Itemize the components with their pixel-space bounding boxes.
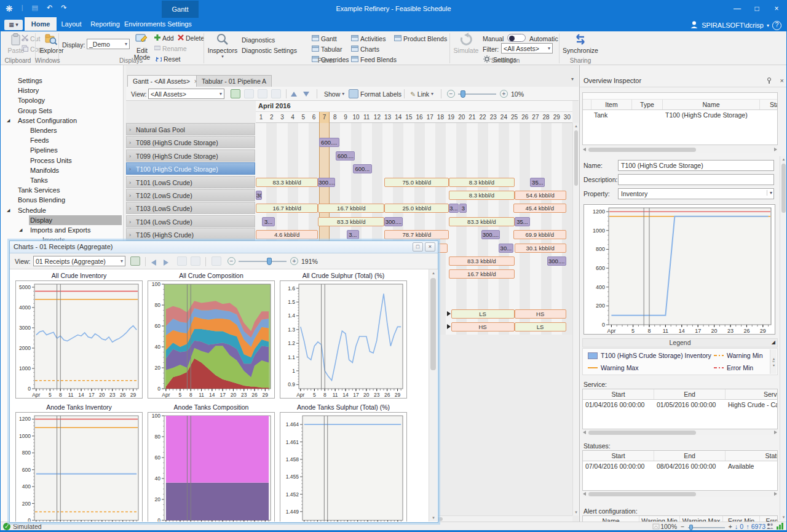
show-menu[interactable]: Show▾ (324, 89, 344, 99)
help-button[interactable]: ? (772, 21, 781, 30)
pane-button-product-blends[interactable]: Product Blends (394, 34, 447, 43)
gantt-bar[interactable]: 69.9 kbbl/d (513, 230, 566, 239)
row-expander-icon[interactable]: › (129, 189, 131, 201)
day-header-12[interactable]: 12 (372, 112, 382, 123)
grid-hscrollbar[interactable] (582, 146, 778, 153)
sidebar-item-manifolds[interactable]: Manifolds (1, 165, 122, 175)
filter-select[interactable]: <All Assets>▾ (501, 43, 553, 54)
day-header-2[interactable]: 2 (266, 112, 277, 123)
simulation-mode-toggle[interactable] (507, 34, 526, 42)
charts-maximize-icon[interactable]: □ (413, 242, 423, 252)
edit-row-icon[interactable] (258, 89, 267, 99)
gantt-bar[interactable]: 35... (515, 217, 531, 226)
gantt-bar[interactable]: HS (515, 309, 566, 319)
pane-button-tabular[interactable]: Tabular (312, 44, 342, 54)
minimize-button[interactable]: — (727, 1, 747, 17)
day-header-30[interactable]: 30 (562, 112, 572, 123)
row-expander-icon[interactable]: › (129, 124, 131, 135)
column-header-end[interactable]: End (654, 389, 726, 399)
day-header-23[interactable]: 23 (488, 112, 499, 123)
pane-button-charts[interactable]: Charts (351, 44, 379, 54)
nav-back-icon[interactable] (151, 257, 156, 268)
column-header-indicator[interactable] (583, 100, 591, 109)
maximize-button[interactable]: □ (747, 1, 767, 17)
tab-tabular-01-pipeline-a[interactable]: Tabular - 01 Pipeline A (196, 75, 272, 87)
gantt-bar[interactable]: 16.7 kbbl/d (256, 204, 318, 213)
sidebar-item-process-units[interactable]: Process Units (1, 156, 122, 165)
row-expander-icon[interactable]: › (129, 137, 131, 148)
column-header-type[interactable]: Type (632, 100, 663, 109)
expander-icon[interactable]: ◢ (7, 116, 10, 125)
day-header-13[interactable]: 13 (382, 112, 393, 123)
automatic-label[interactable]: Automatic (529, 34, 558, 43)
add-button[interactable]: Add (154, 33, 174, 42)
gantt-bar[interactable]: 75.0 kbbl/d (384, 178, 449, 187)
diagnostics-button[interactable]: Diagnostics (242, 35, 275, 44)
gantt-zoom-slider[interactable] (458, 93, 496, 95)
day-header-28[interactable]: 28 (541, 112, 552, 123)
day-header-5[interactable]: 5 (298, 112, 309, 123)
gantt-bar[interactable]: LS (451, 309, 515, 319)
day-header-10[interactable]: 10 (351, 112, 362, 123)
gantt-bar[interactable]: 3... (449, 204, 458, 213)
gantt-bar[interactable]: 30 (256, 191, 262, 200)
day-header-19[interactable]: 19 (446, 112, 456, 123)
chart-all-crude-composition[interactable]: 020406080100Apr5811141720232629 (148, 280, 275, 399)
sidebar-item-imports-and-exports[interactable]: ◢Imports and Exports (1, 225, 122, 235)
manual-label[interactable]: Manual (483, 34, 504, 43)
column-header-name[interactable]: Name (663, 100, 760, 109)
table-row[interactable]: 01/04/2016 00:00:0001/05/2016 00:00:00Hi… (583, 400, 777, 410)
sidebar-item-topology[interactable]: Topology (1, 95, 122, 105)
tab-list-dropdown-icon[interactable]: ▾ (571, 76, 574, 82)
column-header-start[interactable]: Start (583, 389, 654, 399)
sidebar-item-bonus-blending[interactable]: Bonus Blending (1, 195, 122, 205)
ribbon-tab-reporting[interactable]: Reporting (86, 17, 124, 31)
chart-settings-icon[interactable] (130, 256, 140, 266)
legend-scrollbar[interactable]: ▴≡▾ (770, 349, 777, 374)
zoom-in-icon[interactable]: + (500, 89, 508, 99)
nav-forward-icon[interactable] (164, 257, 168, 268)
column-header-start[interactable]: Start (583, 451, 654, 461)
gantt-bar[interactable]: 54.6 kbbl/d (515, 191, 566, 200)
row-expander-icon[interactable]: › (129, 229, 131, 240)
gantt-bar[interactable]: 300.... (481, 230, 499, 239)
day-header-16[interactable]: 16 (414, 112, 425, 123)
charts-view-select[interactable]: 01 Receipts (Aggregate)▾ (33, 256, 125, 266)
gantt-bar[interactable]: 83.3 kbbl/d (318, 217, 384, 226)
gantt-bar[interactable]: 8.3 kbbl/d (449, 191, 514, 200)
pane-button-activities[interactable]: Activities (351, 34, 386, 43)
service-hscrollbar[interactable] (582, 429, 778, 435)
gantt-bar[interactable]: 16.7 kbbl/d (318, 204, 384, 213)
status-zoom-in-icon[interactable]: + (729, 523, 732, 530)
move-down-icon[interactable] (303, 89, 309, 99)
pin-icon[interactable] (765, 77, 773, 85)
row-expander-icon[interactable]: › (129, 163, 131, 175)
chart-type-icon[interactable] (177, 256, 187, 266)
table-row[interactable]: TankT100 (HighS Crude Storage) (583, 110, 777, 120)
day-header-26[interactable]: 26 (520, 112, 530, 123)
sidebar-item-group-sets[interactable]: Group Sets (1, 106, 122, 116)
gantt-bar[interactable]: 300.... (384, 217, 402, 226)
gantt-bar[interactable]: 30.1 kbbl/d (515, 244, 566, 253)
day-header-15[interactable]: 15 (403, 112, 414, 123)
delete-row-icon[interactable] (271, 89, 281, 99)
day-header-14[interactable]: 14 (393, 112, 403, 123)
description-field[interactable] (618, 174, 774, 185)
gantt-vertical-scrollbar[interactable]: ▴ ▾ (572, 123, 579, 515)
pane-button-gantt[interactable]: Gantt (312, 34, 337, 43)
app-menu-button[interactable]: ▦ ▾ (4, 20, 23, 30)
link-menu[interactable]: ✎Link▾ (410, 89, 433, 99)
gantt-row-label-t103-lows-crude[interactable]: ›T103 (LowS Crude) (126, 202, 255, 214)
row-expander-icon[interactable]: › (129, 177, 131, 188)
sidebar-item-feeds[interactable]: Feeds (1, 135, 122, 145)
gantt-bar[interactable]: 3... (347, 230, 360, 239)
expander-icon[interactable]: ◢ (7, 205, 10, 215)
zoom-out-icon[interactable]: − (447, 89, 455, 99)
chart-all-crude-sulphur[interactable]: 0.911.11.21.31.41.51.6Apr581114172023262… (280, 280, 407, 399)
gantt-bar[interactable]: 16.7 kbbl/d (449, 269, 514, 279)
gantt-row-label-t098-highs-crude-storage[interactable]: ›T098 (HighS Crude Storage) (126, 136, 255, 148)
day-header-18[interactable]: 18 (435, 112, 446, 123)
export-icon[interactable] (212, 256, 221, 266)
gantt-bar[interactable]: 45.4 kbbl/d (513, 204, 566, 213)
sidebar-item-history[interactable]: History (1, 85, 122, 95)
